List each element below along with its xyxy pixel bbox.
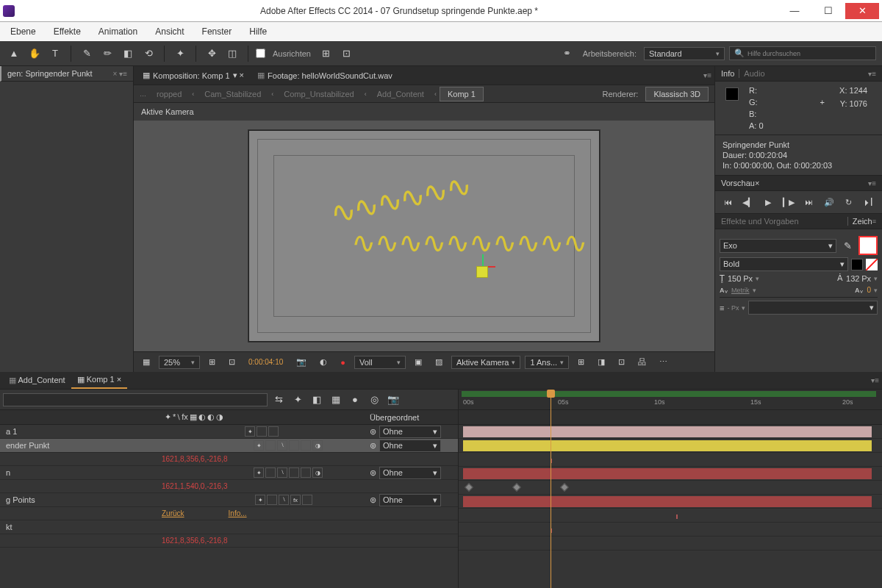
play-icon[interactable]: ▶: [761, 196, 775, 209]
help-search[interactable]: 🔍 Hilfe durchsuchen: [729, 46, 876, 60]
layer-bar-3[interactable]: [463, 468, 872, 479]
nocolor-swatch[interactable]: [866, 259, 878, 270]
brush-tool-icon[interactable]: ✏: [99, 46, 115, 62]
prop-position-3[interactable]: 1621,8,356,6,-216,8: [0, 534, 458, 548]
menu-ansicht[interactable]: Ansicht: [148, 24, 191, 40]
preview-tab[interactable]: Vorschau ×▾≡: [715, 176, 882, 191]
parent-dropdown[interactable]: Ohne▾: [379, 440, 441, 452]
close-button[interactable]: ✕: [845, 3, 879, 19]
keyframe-marker[interactable]: [676, 514, 678, 519]
zoom-dropdown[interactable]: 25%: [159, 356, 200, 369]
align-checkbox[interactable]: [256, 49, 265, 58]
playhead[interactable]: [551, 390, 551, 588]
tl-icon-5[interactable]: ●: [347, 392, 363, 408]
panel-menu-icon[interactable]: ▾≡: [871, 376, 879, 384]
prev-frame-icon[interactable]: ◀▎: [742, 196, 755, 209]
stroke-swatch[interactable]: [851, 259, 863, 270]
camera-tool-icon[interactable]: ◫: [224, 46, 240, 62]
resolution-dropdown[interactable]: Voll: [354, 356, 406, 369]
hand-tool-icon[interactable]: ✋: [26, 46, 43, 62]
layer-row-2[interactable]: ender Punkt ✦⧵◑ ⊚Ohne▾: [0, 439, 458, 453]
vf-icon-1[interactable]: ⊞: [573, 356, 589, 368]
parent-dropdown[interactable]: Ohne▾: [379, 494, 441, 506]
grid-icon[interactable]: ▦: [138, 356, 154, 368]
menu-fenster[interactable]: Fenster: [195, 24, 240, 40]
viewer[interactable]: ∿∿∿∿∿∿ ∿∿∿∿∿∿∿∿∿∿: [134, 121, 714, 351]
view-dropdown[interactable]: Aktive Kamera: [451, 356, 521, 369]
menu-ebene[interactable]: Ebene: [3, 24, 43, 40]
views-count-dropdown[interactable]: 1 Ans...: [525, 356, 569, 369]
timeline-tracks[interactable]: 00s 05s 10s 15s 20s: [459, 390, 882, 588]
layer-bar-1[interactable]: [463, 426, 872, 437]
vf-icon-2[interactable]: ◨: [593, 356, 609, 368]
panel-menu-icon[interactable]: ▾≡: [703, 71, 711, 79]
tl-icon-6[interactable]: ◎: [366, 392, 382, 408]
tab-audio[interactable]: Audio: [739, 69, 764, 78]
pen-tool-icon[interactable]: ✎: [79, 46, 95, 62]
menu-hilfe[interactable]: Hilfe: [242, 24, 274, 40]
region-icon[interactable]: ▣: [410, 356, 426, 368]
color-icon[interactable]: ●: [336, 356, 350, 368]
font-weight-dropdown[interactable]: Bold▾: [720, 257, 848, 271]
menu-animation[interactable]: Animation: [91, 24, 145, 40]
flow-tab-4[interactable]: Komp 1: [440, 87, 484, 101]
vf-icon-5[interactable]: ⋯: [655, 356, 672, 368]
project-tab[interactable]: gen: Springender Punkt × ▾≡: [0, 66, 133, 82]
prop-position-1[interactable]: 1621,8,356,6,-216,8: [0, 453, 458, 466]
renderer-value[interactable]: Klassisch 3D: [645, 87, 709, 101]
text-tool-icon[interactable]: T: [47, 46, 63, 62]
tl-icon-2[interactable]: ✦: [290, 392, 306, 408]
tl-icon-7[interactable]: 📷: [385, 392, 401, 408]
workspace-dropdown[interactable]: Standard: [644, 47, 725, 60]
layer-bar-4[interactable]: [463, 496, 872, 507]
pin-tool-icon[interactable]: ✦: [172, 46, 188, 62]
layer-row-1[interactable]: a 1 ✦ ⊚Ohne▾: [0, 425, 458, 439]
ram-preview-icon[interactable]: ⏵▎: [862, 196, 875, 209]
flow-tab-3[interactable]: Add_Content: [370, 87, 431, 101]
audio-icon[interactable]: 🔊: [822, 196, 836, 209]
3d-gizmo[interactable]: [469, 251, 498, 281]
comp-tab-composition[interactable]: ▦ Komposition: Komp 1 ▾ ×: [137, 68, 250, 83]
font-family-dropdown[interactable]: Exo▾: [720, 239, 836, 253]
timeline-tab-1[interactable]: ▦ Add_Content: [3, 373, 71, 388]
res-icon[interactable]: ⊞: [204, 356, 220, 368]
timeline-search-input[interactable]: [3, 393, 268, 406]
selection-tool-icon[interactable]: ▲: [6, 46, 22, 62]
vf-icon-3[interactable]: ⊡: [614, 356, 629, 368]
leading-value[interactable]: 132 Px: [846, 274, 871, 283]
first-frame-icon[interactable]: ⏮: [722, 196, 735, 209]
tab-info[interactable]: Info: [721, 69, 739, 78]
keyframe-icon[interactable]: [512, 483, 520, 491]
prop-position-2[interactable]: 1621,1,540,0,-216,3: [0, 480, 458, 493]
keyframe-icon[interactable]: [465, 483, 473, 491]
tl-icon-1[interactable]: ⇆: [270, 392, 287, 408]
last-frame-icon[interactable]: ⏭: [802, 196, 815, 209]
composition-canvas[interactable]: ∿∿∿∿∿∿ ∿∿∿∿∿∿∿∿∿∿: [248, 129, 600, 343]
clone-tool-icon[interactable]: ⟲: [140, 46, 157, 62]
layer-row-3[interactable]: n ✦⧵◑ ⊚Ohne▾: [0, 466, 458, 480]
parent-dropdown[interactable]: Ohne▾: [379, 426, 441, 438]
flow-tab-2[interactable]: Comp_Unstabilized: [276, 87, 361, 101]
vf-icon-4[interactable]: 品: [634, 355, 650, 369]
comp-tab-footage[interactable]: ▦ Footage: helloWorldSoundCut.wav: [251, 68, 398, 83]
tab-character[interactable]: Zeich: [847, 217, 872, 226]
panel-menu-icon[interactable]: ▾≡: [868, 70, 876, 78]
stroke-style-dropdown[interactable]: ▾: [748, 301, 878, 315]
timeline-ruler[interactable]: 00s 05s 10s 15s 20s: [459, 390, 882, 410]
fill-swatch[interactable]: [858, 236, 878, 255]
layer-row-4[interactable]: g Points ✦⧵fx ⊚Ohne▾: [0, 493, 458, 507]
channel-icon[interactable]: ◐: [315, 356, 331, 368]
maximize-button[interactable]: ☐: [811, 3, 845, 19]
timeline-tab-2[interactable]: ▦ Komp 1 ×: [71, 372, 127, 389]
axis-tool-icon[interactable]: ✥: [204, 46, 220, 62]
font-size-value[interactable]: 150 Px: [728, 274, 753, 283]
layer-bar-2[interactable]: [463, 440, 872, 451]
eyedropper-icon[interactable]: ✎: [839, 237, 856, 254]
tl-icon-3[interactable]: ◧: [309, 392, 325, 408]
current-time[interactable]: 0:00:04:10: [244, 356, 287, 368]
loop-icon[interactable]: ↻: [842, 196, 856, 209]
snap2-icon[interactable]: ⊡: [339, 46, 355, 62]
work-area-bar[interactable]: [462, 391, 876, 397]
kerning-value[interactable]: Metrik: [731, 287, 750, 294]
tl-icon-4[interactable]: ▦: [328, 392, 344, 408]
